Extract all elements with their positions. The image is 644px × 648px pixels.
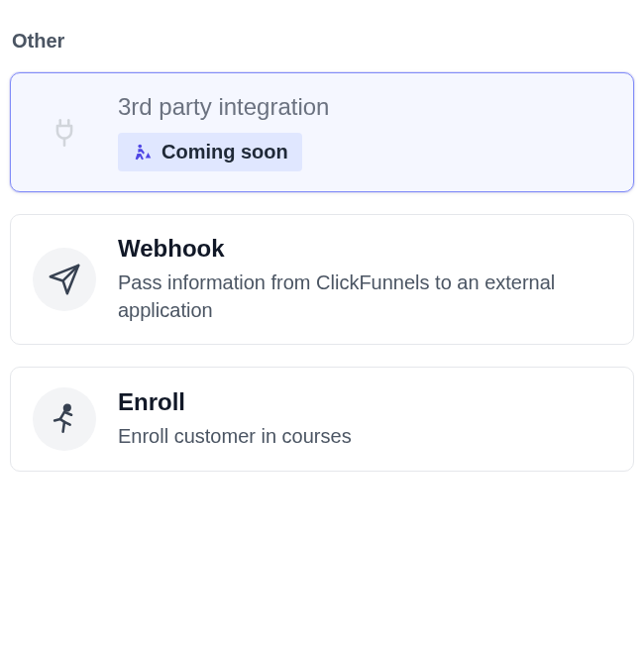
construction-icon (132, 142, 154, 163)
paper-plane-icon (33, 248, 96, 311)
card-desc: Enroll customer in courses (118, 422, 352, 450)
badge-text: Coming soon (161, 141, 288, 163)
card-title: Webhook (118, 235, 611, 263)
card-3rd-party-integration[interactable]: 3rd party integration Coming soon (10, 72, 634, 192)
card-list: 3rd party integration Coming soon (10, 72, 634, 472)
svg-point-1 (64, 405, 70, 411)
card-enroll[interactable]: Enroll Enroll customer in courses (10, 367, 634, 472)
svg-point-0 (138, 144, 142, 148)
card-body: Webhook Pass information from ClickFunne… (118, 235, 611, 324)
card-title: Enroll (118, 388, 352, 416)
plug-icon (33, 101, 96, 164)
card-webhook[interactable]: Webhook Pass information from ClickFunne… (10, 214, 634, 345)
card-desc: Pass information from ClickFunnels to an… (118, 269, 611, 324)
card-body: Enroll Enroll customer in courses (118, 388, 352, 450)
running-person-icon (33, 387, 96, 451)
section-title: Other (10, 30, 634, 53)
section-other: Other 3rd party integration (10, 30, 634, 472)
coming-soon-badge: Coming soon (118, 133, 302, 171)
card-body: 3rd party integration Coming soon (118, 93, 329, 171)
card-title: 3rd party integration (118, 93, 329, 121)
